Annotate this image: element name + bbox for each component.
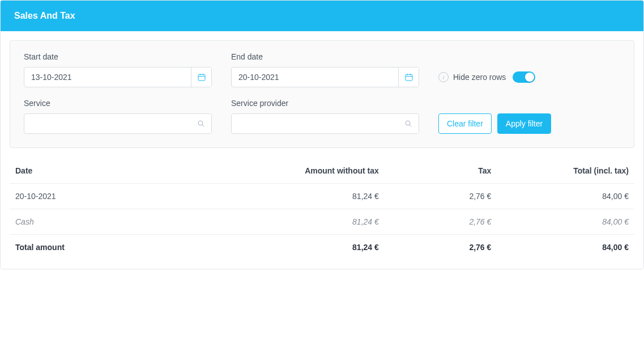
hide-zero-toggle[interactable] (513, 71, 535, 83)
provider-input-wrap[interactable] (231, 113, 419, 134)
cell-date: 20-10-2021 (10, 184, 197, 209)
cell-amount: 81,24 € (197, 184, 385, 209)
cell-date: Cash (10, 209, 197, 235)
cell-date: Total amount (10, 235, 197, 260)
results-table-wrap: Date Amount without tax Tax Total (incl.… (10, 158, 634, 260)
col-date: Date (10, 158, 197, 184)
service-input[interactable] (24, 114, 191, 133)
provider-label: Service provider (231, 99, 419, 108)
service-field: Service (24, 99, 212, 134)
table-row-total: Total amount 81,24 € 2,76 € 84,00 € (10, 235, 634, 260)
end-date-calendar-button[interactable] (398, 67, 419, 87)
start-date-label: Start date (24, 52, 212, 61)
cell-total: 84,00 € (497, 184, 634, 209)
end-date-label: End date (231, 52, 419, 61)
start-date-field: Start date (24, 52, 212, 87)
search-icon (404, 119, 413, 128)
hide-zero-label: Hide zero rows (453, 73, 506, 82)
filter-row-1: Start date E (24, 52, 620, 87)
sales-tax-panel: Sales And Tax Start date (0, 0, 644, 269)
panel-title: Sales And Tax (14, 11, 75, 20)
hide-zero-rows-control: i Hide zero rows (438, 67, 535, 87)
cell-amount: 81,24 € (197, 235, 385, 260)
end-date-input-wrap[interactable] (231, 67, 419, 87)
svg-line-9 (202, 125, 204, 126)
service-search-button[interactable] (191, 114, 211, 133)
apply-filter-button[interactable]: Apply filter (497, 113, 551, 134)
col-tax: Tax (385, 158, 497, 184)
service-label: Service (24, 99, 212, 108)
clear-filter-button[interactable]: Clear filter (438, 113, 492, 134)
results-table: Date Amount without tax Tax Total (incl.… (10, 158, 634, 260)
service-input-wrap[interactable] (24, 113, 212, 134)
filter-row-2: Service Service provider (24, 99, 620, 134)
end-date-field: End date (231, 52, 419, 87)
calendar-icon (197, 73, 206, 82)
cell-tax: 2,76 € (385, 209, 497, 235)
svg-point-8 (198, 121, 203, 125)
cell-total: 84,00 € (497, 209, 634, 235)
start-date-input[interactable] (24, 67, 191, 87)
provider-search-button[interactable] (398, 114, 419, 133)
col-amount: Amount without tax (197, 158, 385, 184)
table-row: Cash 81,24 € 2,76 € 84,00 € (10, 209, 634, 235)
table-row: 20-10-2021 81,24 € 2,76 € 84,00 € (10, 184, 634, 209)
col-total: Total (incl. tax) (497, 158, 634, 184)
cell-tax: 2,76 € (385, 184, 497, 209)
start-date-input-wrap[interactable] (24, 67, 212, 87)
search-icon (197, 119, 206, 128)
svg-rect-4 (406, 74, 412, 81)
table-header-row: Date Amount without tax Tax Total (incl.… (10, 158, 634, 184)
cell-amount: 81,24 € (197, 209, 385, 235)
filter-box: Start date E (10, 40, 634, 148)
end-date-input[interactable] (232, 67, 398, 87)
table-body: 20-10-2021 81,24 € 2,76 € 84,00 € Cash 8… (10, 184, 634, 260)
cell-tax: 2,76 € (385, 235, 497, 260)
cell-total: 84,00 € (497, 235, 634, 260)
svg-rect-0 (198, 74, 205, 81)
panel-body: Start date E (1, 31, 643, 269)
info-icon[interactable]: i (438, 72, 449, 82)
provider-input[interactable] (232, 114, 398, 133)
start-date-calendar-button[interactable] (191, 67, 211, 87)
provider-field: Service provider (231, 99, 419, 134)
calendar-icon (404, 73, 413, 82)
svg-line-11 (410, 125, 411, 126)
filter-buttons: Clear filter Apply filter (438, 113, 551, 134)
panel-header: Sales And Tax (1, 1, 643, 31)
svg-point-10 (406, 121, 410, 125)
